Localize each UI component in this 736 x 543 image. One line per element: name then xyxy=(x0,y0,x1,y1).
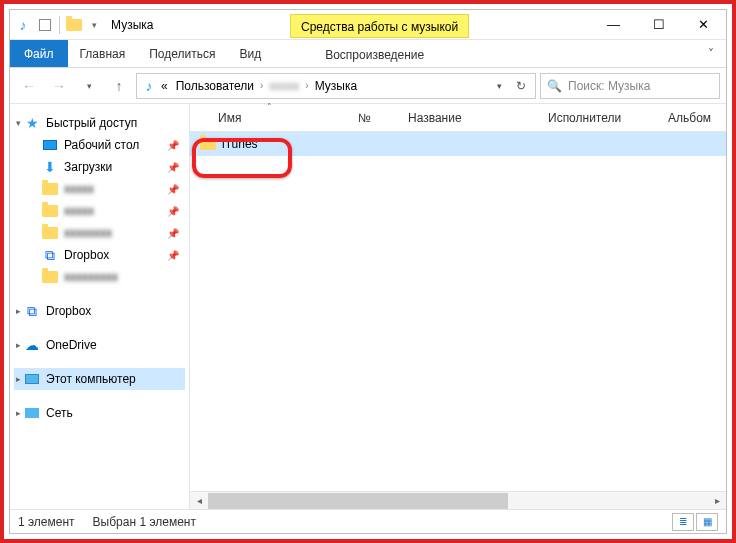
status-count: 1 элемент xyxy=(18,515,75,529)
music-library-icon: ♪ xyxy=(14,16,32,34)
status-selection: Выбран 1 элемент xyxy=(93,515,196,529)
monitor-icon xyxy=(24,371,40,387)
pin-icon: 📌 xyxy=(167,162,179,173)
qat-dropdown-icon[interactable]: ▾ xyxy=(85,16,103,34)
close-button[interactable]: ✕ xyxy=(681,10,726,40)
caret-right-icon[interactable]: ▸ xyxy=(16,340,21,350)
scroll-thumb[interactable] xyxy=(208,493,508,509)
sidebar-item-blurred[interactable]: xxxxx 📌 xyxy=(14,200,185,222)
sidebar-item-label: Рабочий стол xyxy=(64,138,139,152)
sidebar-item-blurred[interactable]: xxxxxxxxx xyxy=(14,266,185,288)
view-details-button[interactable]: ≣ xyxy=(672,513,694,531)
scroll-right-icon[interactable]: ▸ xyxy=(708,493,726,509)
column-album[interactable]: Альбом xyxy=(660,104,726,131)
cloud-icon: ☁ xyxy=(24,337,40,353)
address-dropdown-icon[interactable]: ▾ xyxy=(489,76,509,96)
column-title[interactable]: Название xyxy=(400,104,540,131)
quick-access-toolbar: ▾ xyxy=(36,16,103,34)
folder-icon xyxy=(42,225,58,241)
item-name: iTunes xyxy=(222,137,258,151)
tab-playback[interactable]: Воспроизведение xyxy=(313,40,436,67)
caret-down-icon[interactable]: ▾ xyxy=(16,118,21,128)
search-input[interactable]: 🔍 Поиск: Музыка xyxy=(540,73,720,99)
dropbox-icon: ⧉ xyxy=(24,303,40,319)
refresh-icon[interactable]: ↻ xyxy=(511,76,531,96)
pin-icon: 📌 xyxy=(167,228,179,239)
horizontal-scrollbar[interactable]: ◂ ▸ xyxy=(190,491,726,509)
title-bar: ♪ ▾ Музыка Средства работы с музыкой — ☐… xyxy=(10,10,726,40)
sidebar-item-label: Dropbox xyxy=(46,304,91,318)
breadcrumb-music[interactable]: Музыка xyxy=(311,79,361,93)
sidebar-dropbox[interactable]: ▸ ⧉ Dropbox xyxy=(14,300,185,322)
sidebar-onedrive[interactable]: ▸ ☁ OneDrive xyxy=(14,334,185,356)
sidebar-item-desktop[interactable]: Рабочий стол 📌 xyxy=(14,134,185,156)
sidebar-item-label: Сеть xyxy=(46,406,73,420)
tab-home[interactable]: Главная xyxy=(68,40,138,67)
pin-icon: 📌 xyxy=(167,206,179,217)
caret-right-icon[interactable]: ▸ xyxy=(16,408,21,418)
sidebar-item-blurred[interactable]: xxxxx 📌 xyxy=(14,178,185,200)
sidebar-item-label: xxxxxxxx xyxy=(64,226,112,240)
file-list[interactable]: iTunes xyxy=(190,132,726,491)
desktop-icon xyxy=(42,137,58,153)
chevron-right-icon[interactable]: › xyxy=(303,80,310,91)
dropbox-icon: ⧉ xyxy=(42,247,58,263)
sidebar-item-label: OneDrive xyxy=(46,338,97,352)
nav-back-button[interactable]: ← xyxy=(16,73,42,99)
nav-recent-dropdown[interactable]: ▾ xyxy=(76,73,102,99)
search-icon: 🔍 xyxy=(547,79,562,93)
breadcrumb-user[interactable]: xxxxx xyxy=(265,79,303,93)
sidebar-this-pc[interactable]: ▸ Этот компьютер xyxy=(14,368,185,390)
maximize-button[interactable]: ☐ xyxy=(636,10,681,40)
pin-icon: 📌 xyxy=(167,140,179,151)
folder-icon xyxy=(42,269,58,285)
sidebar-item-label: Быстрый доступ xyxy=(46,116,137,130)
caret-right-icon[interactable]: ▸ xyxy=(16,374,21,384)
breadcrumb-prefix: « xyxy=(157,79,172,93)
sidebar-quick-access[interactable]: ▾ ★ Быстрый доступ xyxy=(14,112,185,134)
sidebar-item-label: xxxxx xyxy=(64,182,94,196)
sidebar-item-label: Этот компьютер xyxy=(46,372,136,386)
content-pane: Имя № Название Исполнители Альбом iTunes… xyxy=(190,104,726,509)
music-folder-icon: ♪ xyxy=(141,78,157,94)
search-placeholder: Поиск: Музыка xyxy=(568,79,650,93)
pin-icon: 📌 xyxy=(167,184,179,195)
sidebar-item-label: Загрузки xyxy=(64,160,112,174)
sidebar-item-blurred[interactable]: xxxxxxxx 📌 xyxy=(14,222,185,244)
sidebar-item-label: xxxxxxxxx xyxy=(64,270,118,284)
caret-right-icon[interactable]: ▸ xyxy=(16,306,21,316)
context-tools-header: Средства работы с музыкой xyxy=(290,14,469,38)
file-tab[interactable]: Файл xyxy=(10,40,68,67)
ribbon-collapse-icon[interactable]: ˅ xyxy=(696,40,726,67)
pin-icon: 📌 xyxy=(167,250,179,261)
nav-up-button[interactable]: ↑ xyxy=(106,73,132,99)
chevron-right-icon[interactable]: › xyxy=(258,80,265,91)
nav-row: ← → ▾ ↑ ♪ « Пользователи › xxxxx › Музык… xyxy=(10,68,726,104)
address-bar[interactable]: ♪ « Пользователи › xxxxx › Музыка ▾ ↻ xyxy=(136,73,536,99)
folder-icon xyxy=(42,203,58,219)
column-name[interactable]: Имя xyxy=(190,104,350,131)
nav-forward-button[interactable]: → xyxy=(46,73,72,99)
window-title: Музыка xyxy=(111,18,153,32)
folder-icon xyxy=(200,136,216,152)
column-artists[interactable]: Исполнители xyxy=(540,104,660,131)
column-number[interactable]: № xyxy=(350,104,400,131)
sidebar-item-label: Dropbox xyxy=(64,248,109,262)
sidebar-network[interactable]: ▸ Сеть xyxy=(14,402,185,424)
qat-new-folder-icon[interactable] xyxy=(65,16,83,34)
tab-view[interactable]: Вид xyxy=(227,40,273,67)
download-icon: ⬇ xyxy=(42,159,58,175)
sidebar-item-dropbox-pinned[interactable]: ⧉ Dropbox 📌 xyxy=(14,244,185,266)
ribbon-tabs: Файл Главная Поделиться Вид Воспроизведе… xyxy=(10,40,726,68)
tab-share[interactable]: Поделиться xyxy=(137,40,227,67)
minimize-button[interactable]: — xyxy=(591,10,636,40)
star-icon: ★ xyxy=(24,115,40,131)
list-item[interactable]: iTunes xyxy=(190,132,726,156)
qat-properties-icon[interactable] xyxy=(36,16,54,34)
scroll-left-icon[interactable]: ◂ xyxy=(190,493,208,509)
sidebar-item-label: xxxxx xyxy=(64,204,94,218)
breadcrumb-users[interactable]: Пользователи xyxy=(172,79,258,93)
view-large-icons-button[interactable]: ▦ xyxy=(696,513,718,531)
network-icon xyxy=(24,405,40,421)
sidebar-item-downloads[interactable]: ⬇ Загрузки 📌 xyxy=(14,156,185,178)
